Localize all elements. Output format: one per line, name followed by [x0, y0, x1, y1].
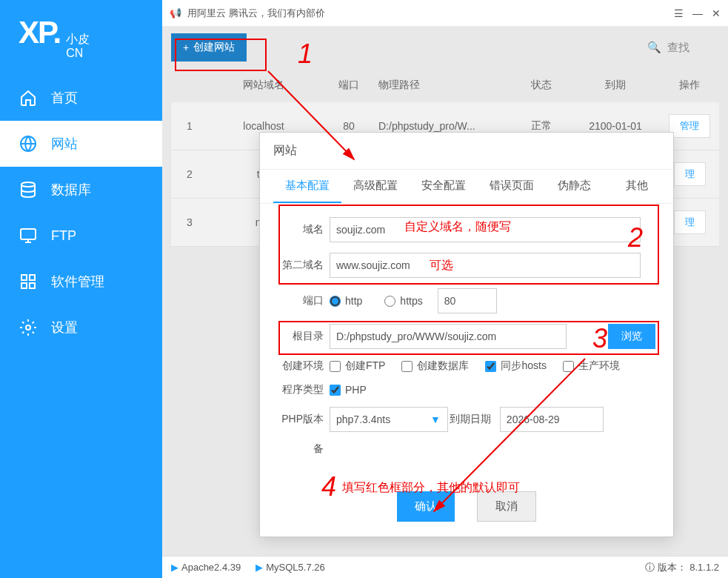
tab-security[interactable]: 安全配置 — [410, 170, 478, 203]
svg-rect-5 — [21, 283, 27, 288]
root-label: 根目录 — [278, 330, 330, 343]
cancel-button[interactable]: 取消 — [477, 491, 536, 522]
row-index: 3 — [171, 216, 208, 228]
statusbar: ▶ Apache2.4.39 ▶ MySQL5.7.26 ⓘ 版本： 8.1.1… — [162, 556, 728, 578]
titlebar: 📢 用阿里云 腾讯云，我们有内部价 ☰ — ✕ — [162, 0, 728, 27]
announcement-text: 用阿里云 腾讯云，我们有内部价 — [187, 7, 325, 20]
sync-hosts-check[interactable]: 同步hosts — [485, 359, 546, 373]
table-header: 网站域名 端口 物理路径 状态 到期 操作 — [171, 68, 719, 102]
gear-icon — [19, 318, 38, 337]
home-icon — [19, 88, 38, 107]
row-path: D:/phpstudy_pro/W... — [378, 120, 512, 132]
sidebar: XP. 小皮 CN 首页 网站 数据库 FTP 软件管理 设置 — [0, 0, 162, 578]
logo-main: XP. — [19, 15, 60, 50]
close-button[interactable]: ✕ — [712, 7, 721, 19]
svg-point-1 — [21, 182, 35, 187]
website-modal: 网站 基本配置 高级配置 安全配置 错误页面 伪静态 其他 域名 第二域名 端口… — [259, 132, 674, 537]
svg-rect-4 — [30, 275, 35, 280]
http-radio[interactable]: http — [330, 295, 362, 307]
svg-rect-3 — [21, 275, 27, 280]
row-expire: 2100-01-01 — [571, 120, 660, 132]
modal-title: 网站 — [260, 133, 673, 170]
svg-point-7 — [26, 325, 30, 330]
play-icon: ▶ — [256, 562, 263, 573]
tab-rewrite[interactable]: 伪静态 — [546, 170, 603, 203]
globe-icon — [19, 134, 38, 153]
create-website-button[interactable]: + 创建网站 — [171, 33, 247, 62]
tab-other[interactable]: 其他 — [614, 170, 660, 203]
col-action: 操作 — [660, 79, 719, 92]
col-port: 端口 — [319, 79, 378, 92]
logo-sub1: 小皮 — [66, 32, 90, 46]
create-db-check[interactable]: 创建数据库 — [401, 359, 469, 373]
note-label: 备 — [278, 442, 330, 456]
col-domain: 网站域名 — [208, 79, 319, 92]
port-label: 端口 — [278, 294, 330, 308]
manage-button[interactable]: 理 — [674, 162, 706, 186]
grid-icon — [19, 272, 38, 291]
svg-rect-2 — [21, 229, 36, 239]
manage-button[interactable]: 理 — [674, 210, 706, 234]
tab-advanced[interactable]: 高级配置 — [341, 170, 410, 203]
tab-error[interactable]: 错误页面 — [478, 170, 546, 203]
logo-sub2: CN — [66, 46, 90, 60]
sidebar-item-home[interactable]: 首页 — [0, 75, 162, 121]
sidebar-item-ftp[interactable]: FTP — [0, 213, 162, 259]
sidebar-item-label: 软件管理 — [51, 273, 104, 290]
logo: XP. 小皮 CN — [0, 0, 162, 75]
env-label: 创建环境 — [278, 359, 330, 373]
search-box[interactable]: 🔍 查找 — [618, 35, 719, 61]
phpver-label: PHP版本 — [278, 413, 330, 426]
manage-button[interactable]: 管理 — [669, 114, 710, 138]
search-label: 查找 — [667, 41, 689, 55]
row-index: 1 — [171, 120, 208, 132]
speaker-icon: 📢 — [170, 7, 181, 19]
tab-basic[interactable]: 基本配置 — [273, 170, 341, 203]
sidebar-item-database[interactable]: 数据库 — [0, 167, 162, 213]
col-status: 状态 — [512, 79, 571, 92]
info-icon: ⓘ — [645, 561, 655, 574]
root-input[interactable] — [330, 324, 567, 349]
create-label: 创建网站 — [193, 41, 235, 54]
confirm-button[interactable]: 确认 — [397, 491, 455, 522]
domain-label: 域名 — [278, 223, 330, 236]
col-path: 物理路径 — [378, 79, 512, 92]
search-icon: 🔍 — [647, 41, 661, 54]
minimize-button[interactable]: — — [692, 7, 703, 19]
phpver-select[interactable] — [330, 407, 448, 432]
row-domain: localhost — [208, 120, 319, 132]
ftp-icon — [19, 226, 38, 245]
browse-button[interactable]: 浏览 — [608, 324, 655, 349]
sidebar-item-settings[interactable]: 设置 — [0, 305, 162, 351]
port-input[interactable] — [438, 288, 497, 313]
https-radio[interactable]: https — [384, 295, 422, 307]
col-expire: 到期 — [571, 79, 660, 92]
toolbar: + 创建网站 🔍 查找 — [162, 27, 728, 68]
php-check[interactable]: PHP — [330, 384, 367, 396]
svg-rect-6 — [30, 283, 35, 288]
sidebar-item-label: 设置 — [51, 319, 78, 336]
row-index: 2 — [171, 168, 208, 180]
sidebar-item-label: 网站 — [51, 135, 78, 153]
domain-input[interactable] — [330, 217, 641, 242]
row-status: 正常 — [512, 119, 571, 133]
apache-status[interactable]: ▶ Apache2.4.39 — [171, 562, 241, 573]
menu-button[interactable]: ☰ — [674, 7, 684, 19]
domain2-label: 第二域名 — [278, 259, 330, 272]
modal-tabs: 基本配置 高级配置 安全配置 错误页面 伪静态 其他 — [260, 170, 673, 204]
row-port: 80 — [319, 120, 378, 132]
create-ftp-check[interactable]: 创建FTP — [330, 359, 385, 373]
type-label: 程序类型 — [278, 383, 330, 396]
version-info: ⓘ 版本： 8.1.1.2 — [645, 561, 719, 574]
database-icon — [19, 180, 38, 199]
expire-input[interactable] — [500, 407, 604, 432]
plus-icon: + — [183, 41, 189, 53]
domain2-input[interactable] — [330, 253, 641, 278]
sidebar-item-website[interactable]: 网站 — [0, 121, 162, 167]
sidebar-item-label: 首页 — [51, 89, 78, 107]
mysql-status[interactable]: ▶ MySQL5.7.26 — [256, 562, 325, 573]
sidebar-item-software[interactable]: 软件管理 — [0, 259, 162, 305]
prod-env-check[interactable]: 生产环境 — [563, 359, 620, 373]
play-icon: ▶ — [171, 562, 178, 573]
expire-label: 到期日期 — [450, 413, 491, 426]
